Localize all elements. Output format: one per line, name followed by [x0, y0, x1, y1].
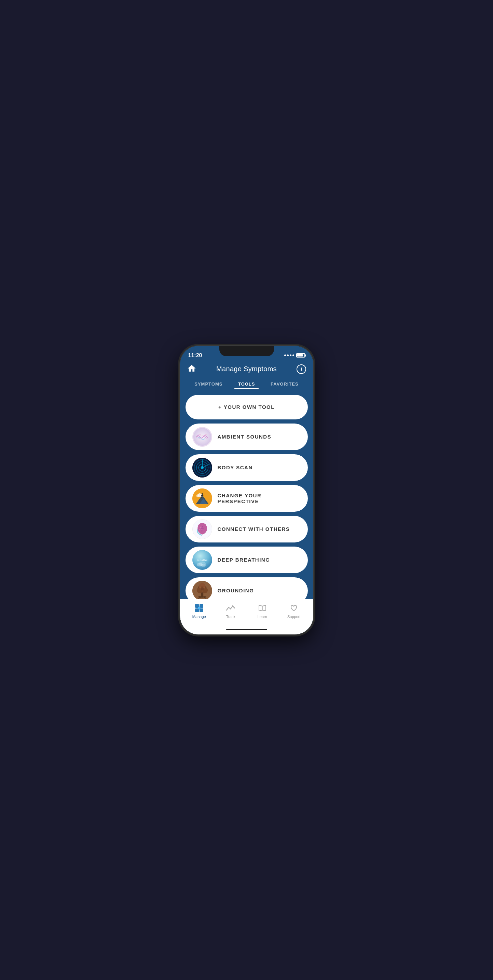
ambient-sounds-icon — [192, 427, 212, 447]
track-nav-label: Track — [226, 615, 235, 619]
deep-breathing-label: DEEP BREATHING — [218, 557, 270, 563]
signal-dots — [284, 355, 294, 356]
status-icons — [284, 353, 305, 358]
svg-rect-37 — [201, 592, 203, 598]
track-nav-icon — [225, 603, 236, 613]
battery-icon — [296, 353, 305, 358]
support-nav-label: Support — [287, 615, 301, 619]
phone-notch — [219, 346, 274, 356]
signal-dot-4 — [292, 355, 294, 356]
nav-item-track[interactable]: Track — [215, 603, 247, 619]
svg-point-43 — [201, 587, 204, 590]
change-perspective-icon — [192, 488, 212, 508]
tab-symptoms[interactable]: SYMPTOMS — [190, 379, 227, 389]
svg-rect-57 — [200, 608, 203, 612]
tab-tools[interactable]: TOOLS — [234, 379, 259, 389]
svg-rect-54 — [195, 604, 199, 608]
nav-item-support[interactable]: Support — [278, 603, 310, 619]
manage-nav-icon — [194, 603, 204, 613]
nav-item-manage[interactable]: Manage — [184, 603, 215, 619]
tool-item-add-own[interactable]: + YOUR OWN TOOL — [185, 395, 308, 419]
svg-point-59 — [228, 607, 229, 608]
phone-screen: 11:20 Manag — [180, 346, 313, 635]
grounding-label: GROUNDING — [218, 588, 254, 593]
signal-dot-2 — [287, 355, 289, 356]
svg-point-35 — [198, 562, 206, 566]
tab-bar: SYMPTOMS TOOLS FAVORITES — [187, 379, 306, 389]
ambient-sounds-label: AMBIENT SOUNDS — [218, 434, 272, 439]
info-icon-label: i — [301, 366, 302, 372]
svg-line-20 — [203, 496, 203, 497]
page-title: Manage Symptoms — [216, 365, 277, 373]
signal-dot-1 — [284, 355, 286, 356]
tab-favorites[interactable]: FAVORITES — [266, 379, 303, 389]
battery-fill — [297, 354, 303, 356]
svg-line-19 — [201, 496, 201, 497]
svg-point-45 — [203, 587, 204, 588]
svg-point-26 — [199, 529, 200, 530]
header: Manage Symptoms i SYMPTOMS TOOLS FAVORIT… — [180, 361, 313, 389]
nav-item-learn[interactable]: Learn — [247, 603, 279, 619]
status-time: 11:20 — [188, 352, 202, 359]
home-indicator-bar — [180, 626, 313, 635]
connect-others-icon — [192, 519, 212, 539]
tool-item-change-perspective[interactable]: CHANGE YOUR PERSPECTIVE — [185, 485, 308, 512]
add-own-label: + YOUR OWN TOOL — [218, 404, 275, 410]
info-button[interactable]: i — [296, 364, 306, 374]
svg-point-14 — [196, 494, 199, 497]
svg-point-27 — [201, 530, 202, 531]
body-scan-label: BODY SCAN — [218, 465, 253, 470]
bottom-nav: Manage Track — [180, 599, 313, 626]
change-perspective-label: CHANGE YOUR PERSPECTIVE — [218, 493, 301, 504]
body-scan-icon — [192, 458, 212, 477]
connect-others-label: CONNECT WITH OTHERS — [218, 526, 290, 532]
signal-dot-3 — [290, 355, 292, 356]
svg-point-44 — [200, 587, 201, 588]
svg-rect-55 — [200, 604, 203, 608]
grounding-icon — [192, 581, 212, 599]
deep-breathing-icon: breathe — [192, 550, 212, 570]
learn-nav-label: Learn — [258, 615, 267, 619]
home-indicator — [226, 629, 267, 630]
phone-frame: 11:20 Manag — [180, 346, 313, 635]
svg-point-23 — [202, 526, 203, 527]
svg-text:breathe: breathe — [197, 558, 208, 562]
support-nav-icon — [289, 603, 299, 613]
tool-item-connect-others[interactable]: CONNECT WITH OTHERS — [185, 516, 308, 542]
svg-point-46 — [201, 590, 203, 591]
tool-item-deep-breathing[interactable]: breathe DEEP BREATHING — [185, 547, 308, 573]
learn-nav-icon — [257, 603, 268, 613]
svg-point-16 — [201, 493, 203, 494]
svg-rect-56 — [195, 608, 199, 612]
svg-point-60 — [230, 608, 231, 609]
tool-item-ambient-sounds[interactable]: AMBIENT SOUNDS — [185, 423, 308, 450]
tools-list: + YOUR OWN TOOL — [180, 389, 313, 599]
tool-item-body-scan[interactable]: BODY SCAN — [185, 454, 308, 481]
tool-item-grounding[interactable]: GROUNDING — [185, 578, 308, 599]
header-top: Manage Symptoms i — [187, 364, 306, 379]
svg-point-61 — [232, 605, 233, 607]
manage-nav-label: Manage — [192, 615, 206, 619]
home-icon[interactable] — [187, 364, 197, 375]
